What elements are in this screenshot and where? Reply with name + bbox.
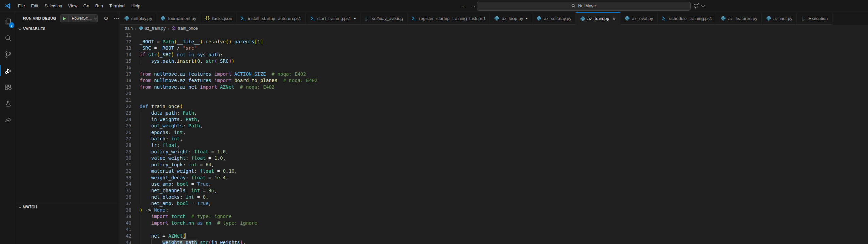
launch-config-select[interactable]: PowerSh... <box>69 16 97 21</box>
line-number: 32 <box>120 168 140 174</box>
tab-az_eval.py[interactable]: az_eval.py <box>620 12 658 25</box>
tab-selfplay.py[interactable]: selfplay.py <box>120 12 156 25</box>
code-line: 40 import torch.nn as nn # type: ignore <box>120 220 868 226</box>
menu-help[interactable]: Help <box>128 2 143 10</box>
code-token: import <box>211 71 234 77</box>
share-icon[interactable] <box>0 113 16 127</box>
indent-guide <box>140 123 140 129</box>
code-token: ( <box>214 58 217 64</box>
code-token: torch <box>171 214 186 219</box>
more-actions-icon[interactable]: ··· <box>114 16 120 21</box>
nav-forward-button[interactable]: → <box>470 2 477 10</box>
tab-schedule_training.ps1[interactable]: schedule_training.ps1 <box>658 12 716 25</box>
menu-file[interactable]: File <box>15 2 28 10</box>
tab-az_selfplay.py[interactable]: az_selfplay.py <box>532 12 576 25</box>
code-line: 42 net = AZNet( <box>120 233 868 239</box>
indent-guide <box>140 149 140 155</box>
search-input[interactable]: NullMove <box>477 2 691 11</box>
tab-label: selfplay.py <box>131 16 152 21</box>
tab-tasks.json[interactable]: {}tasks.json <box>201 12 237 25</box>
code-line: 33 weight_decay: float = 1e-4, <box>120 174 868 181</box>
code-token: = <box>151 45 160 51</box>
tab-label: selfplay_live.log <box>372 16 403 21</box>
search-icon <box>571 4 576 8</box>
chevron-down-icon[interactable] <box>701 4 705 7</box>
explorer-badge: 3 <box>9 22 14 28</box>
run-and-debug-icon[interactable] <box>0 64 16 78</box>
extensions-icon[interactable] <box>0 80 16 94</box>
log-file-icon <box>801 16 806 21</box>
tab-tournament.py[interactable]: tournament.py <box>156 12 201 25</box>
code-token: : <box>186 188 191 193</box>
code-token: AZNet <box>220 84 234 90</box>
search-icon[interactable] <box>0 31 16 45</box>
tab-az_net.py[interactable]: az_net.py <box>762 12 797 25</box>
indent-guide <box>140 142 140 149</box>
testing-icon[interactable] <box>0 97 16 110</box>
code-token: if <box>140 52 148 57</box>
code-line: 17from nullmove.az_features import ACTIO… <box>120 71 868 77</box>
code-token: from <box>140 84 154 90</box>
code-token: Path <box>183 110 194 116</box>
variables-section-header[interactable]: VARIABLES <box>16 25 120 33</box>
tab-Execution[interactable]: Execution <box>797 12 832 25</box>
start-debug-button[interactable]: ▶ <box>61 15 69 22</box>
code-token: net_amp <box>151 201 171 206</box>
gear-icon[interactable]: ⚙ <box>104 15 108 21</box>
code-token: net_blocks <box>151 194 180 200</box>
breadcrumb-item-train[interactable]: train <box>125 26 133 31</box>
code-token: ] <box>260 39 263 44</box>
line-number: 36 <box>120 194 140 200</box>
tab-register_startup_training_task.ps1[interactable]: register_startup_training_task.ps1 <box>407 12 490 25</box>
explorer-icon[interactable]: 3 <box>0 15 16 29</box>
tab-az_loop.py[interactable]: az_loop.py● <box>490 12 532 25</box>
code-token: , <box>223 155 225 161</box>
code-line: 22def train_once( <box>120 103 868 110</box>
close-icon[interactable]: × <box>612 16 616 21</box>
code-token: : <box>183 123 188 128</box>
code-token: __file__ <box>177 39 200 44</box>
vscode-window: FileEditSelectionViewGoRunTerminalHelp ←… <box>0 0 868 244</box>
menu-selection[interactable]: Selection <box>42 2 65 10</box>
code-token: . <box>174 58 177 64</box>
code-token: , <box>226 149 228 154</box>
indent-guide <box>140 181 140 187</box>
copilot-chat-icon[interactable] <box>693 3 700 9</box>
code-token: = <box>188 181 197 187</box>
breadcrumb-item-train_once[interactable]: train_once <box>171 26 198 31</box>
code-token: : <box>188 149 194 154</box>
tab-install_startup_autorun.ps1[interactable]: install_startup_autorun.ps1 <box>236 12 305 25</box>
tab-selfplay_live.log[interactable]: selfplay_live.log <box>360 12 408 25</box>
watch-section-header[interactable]: WATCH <box>16 203 120 211</box>
breadcrumb-item-az_train.py[interactable]: az_train.py <box>139 26 166 31</box>
code-editor[interactable]: 1112_ROOT = Path(__file__).resolve().par… <box>120 32 868 244</box>
code-token: ( <box>194 58 197 64</box>
menu-view[interactable]: View <box>65 2 80 10</box>
tab-az_features.py[interactable]: az_features.py <box>716 12 761 25</box>
indent-guide <box>140 129 140 136</box>
menu-go[interactable]: Go <box>80 2 92 10</box>
code-token: , <box>206 194 208 200</box>
code-token: , <box>211 162 214 167</box>
menu-edit[interactable]: Edit <box>28 2 42 10</box>
code-token: , <box>197 117 200 122</box>
tab-start_training.ps1[interactable]: start_training.ps1● <box>306 12 360 25</box>
menu-terminal[interactable]: Terminal <box>106 2 128 10</box>
code-token: ) <box>232 58 234 64</box>
code-token: import <box>211 78 234 83</box>
code-token: : <box>177 110 183 116</box>
code-token: Path <box>188 123 200 128</box>
menu-run[interactable]: Run <box>92 2 106 10</box>
code-line: 32 material_weight: float = 0.10, <box>120 168 868 174</box>
run-and-debug-sidebar: RUN AND DEBUG ▶ PowerSh... ⚙ ··· VARIABL… <box>16 12 120 244</box>
code-line: 39 import torch # type: ignore <box>120 213 868 220</box>
code-token: from <box>140 78 154 83</box>
tab-label: install_startup_autorun.ps1 <box>248 16 301 21</box>
tab-label: az_features.py <box>728 16 757 21</box>
nav-back-button[interactable]: ← <box>460 2 468 10</box>
python-icon <box>139 26 143 31</box>
code-token: weight_decay <box>151 175 186 180</box>
tab-az_train.py[interactable]: az_train.py× <box>576 12 620 25</box>
source-control-icon[interactable] <box>0 48 16 61</box>
code-line: 25 out_weights: Path, <box>120 123 868 129</box>
